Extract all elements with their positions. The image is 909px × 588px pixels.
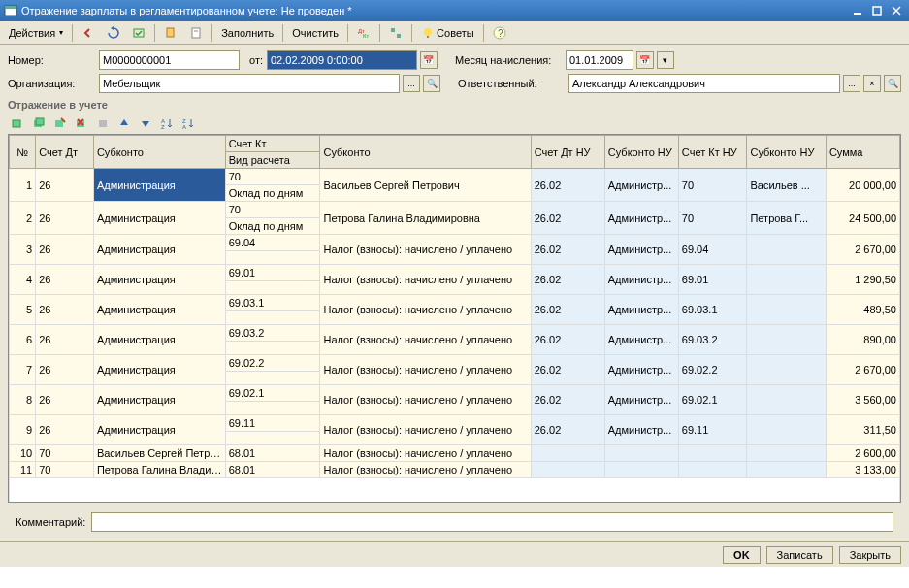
org-search-button[interactable]: 🔍 <box>423 75 440 92</box>
separator <box>483 24 484 42</box>
table-row[interactable]: 426Администрация69.01Налог (взносы): нач… <box>10 265 900 281</box>
actions-label: Действия <box>9 27 55 39</box>
move-down-button[interactable] <box>136 114 155 132</box>
clear-label: Очистить <box>292 27 339 39</box>
section-title: Отражение в учете <box>8 99 901 111</box>
table-row[interactable]: 226Администрация70Петрова Галина Владими… <box>10 202 900 218</box>
svg-text:Кт: Кт <box>363 33 369 39</box>
number-field[interactable]: М0000000001 <box>99 50 240 70</box>
save-button[interactable]: Записать <box>766 546 833 564</box>
post-button[interactable] <box>127 23 150 43</box>
date-field[interactable]: 02.02.2009 0:00:00 <box>267 50 417 70</box>
copy-button[interactable] <box>159 23 182 43</box>
month-label: Месяц начисления: <box>455 54 562 66</box>
date-picker-button[interactable]: 📅 <box>420 51 438 69</box>
table-row[interactable]: 1070Васильев Сергей Петров...68.01Налог … <box>10 445 900 462</box>
minimize-button[interactable] <box>849 3 866 18</box>
org-select-button[interactable]: ... <box>403 75 420 92</box>
footer: OK Записать Закрыть <box>0 541 909 567</box>
actions-menu[interactable]: Действия <box>4 23 68 43</box>
table-row[interactable]: 926Администрация69.11Налог (взносы): нач… <box>10 415 900 432</box>
month-field[interactable]: 01.01.2009 <box>566 50 633 70</box>
comment-field[interactable] <box>91 512 893 532</box>
main-toolbar: Действия Заполнить Очистить ДтКт Советы … <box>0 21 909 45</box>
month-spin-button[interactable]: ▾ <box>657 51 674 69</box>
separator <box>347 24 348 42</box>
delete-row-button[interactable] <box>72 114 91 132</box>
from-label: от: <box>249 54 263 66</box>
col-kt[interactable]: Счет Кт <box>225 136 320 152</box>
svg-rect-7 <box>167 28 174 37</box>
svg-rect-25 <box>99 120 107 127</box>
svg-rect-13 <box>397 34 401 38</box>
refresh-button[interactable] <box>102 23 125 43</box>
app-icon <box>4 4 17 17</box>
separator <box>72 24 73 42</box>
form-area: Номер: М0000000001 от: 02.02.2009 0:00:0… <box>0 45 909 541</box>
svg-rect-1 <box>5 6 16 9</box>
resp-label: Ответственный: <box>458 78 565 89</box>
help-button[interactable]: ? <box>488 23 511 43</box>
col-sub1[interactable]: Субконто <box>93 136 225 169</box>
col-subnu1[interactable]: Субконто НУ <box>604 136 678 169</box>
titlebar: Отражение зарплаты в регламентированном … <box>0 0 909 21</box>
number-label: Номер: <box>8 54 95 66</box>
col-sum[interactable]: Сумма <box>826 136 899 169</box>
edit-row-button[interactable] <box>50 114 70 132</box>
table-row[interactable]: 526Администрация69.03.1Налог (взносы): н… <box>10 295 900 311</box>
table-row[interactable]: 326Администрация69.04Налог (взносы): нач… <box>10 235 900 251</box>
ok-button[interactable]: OK <box>723 546 761 564</box>
svg-rect-12 <box>391 28 395 32</box>
finish-edit-button[interactable] <box>93 114 113 132</box>
col-dtnu[interactable]: Счет Дт НУ <box>531 136 604 169</box>
fill-button[interactable]: Заполнить <box>216 23 278 43</box>
sort-asc-button[interactable]: AZ <box>157 114 177 132</box>
separator <box>211 24 212 42</box>
svg-rect-8 <box>192 28 200 38</box>
window-title: Отражение зарплаты в регламентированном … <box>21 5 847 16</box>
org-label: Организация: <box>8 78 95 89</box>
add-row-button[interactable] <box>8 114 27 132</box>
svg-rect-15 <box>427 36 429 38</box>
clear-button[interactable]: Очистить <box>287 23 343 43</box>
col-dt[interactable]: Счет Дт <box>36 136 94 169</box>
table-row[interactable]: 626Администрация69.03.2Налог (взносы): н… <box>10 325 900 342</box>
copy-row-button[interactable] <box>29 114 49 132</box>
col-subnu2[interactable]: Субконто НУ <box>747 136 826 169</box>
separator <box>282 24 283 42</box>
resp-select-button[interactable]: ... <box>843 75 860 92</box>
table-row[interactable]: 726Администрация69.02.2Налог (взносы): н… <box>10 355 900 372</box>
nav-back-button[interactable] <box>77 23 100 43</box>
comment-label: Комментарий: <box>16 516 85 528</box>
svg-rect-18 <box>13 120 20 127</box>
dtkt-button[interactable]: ДтКт <box>352 23 375 43</box>
close-button[interactable] <box>888 3 905 18</box>
col-n[interactable]: № <box>10 136 36 169</box>
org-field[interactable]: Мебельщик <box>99 74 400 93</box>
svg-text:Z: Z <box>161 124 165 130</box>
separator <box>154 24 155 42</box>
report-button[interactable] <box>184 23 208 43</box>
table-row[interactable]: 1170Петрова Галина Владим...68.01Налог (… <box>10 462 900 478</box>
grid[interactable]: № Счет Дт Субконто Счет Кт Субконто Счет… <box>8 134 901 503</box>
col-calc[interactable]: Вид расчета <box>225 152 320 169</box>
fill-label: Заполнить <box>221 27 274 39</box>
svg-point-14 <box>424 28 432 36</box>
separator <box>379 24 380 42</box>
resp-clear-button[interactable]: × <box>863 75 881 92</box>
resp-field[interactable]: Александр Александрович <box>568 74 840 93</box>
struct-button[interactable] <box>384 23 407 43</box>
col-sub2[interactable]: Субконто <box>320 136 531 169</box>
table-row[interactable]: 126Администрация70Васильев Сергей Петров… <box>10 169 900 185</box>
table-row[interactable]: 826Администрация69.02.1Налог (взносы): н… <box>10 385 900 402</box>
tips-button[interactable]: Советы <box>416 23 478 43</box>
month-picker-button[interactable]: 📅 <box>636 51 654 69</box>
svg-rect-3 <box>873 7 881 15</box>
col-ktnu[interactable]: Счет Кт НУ <box>678 136 747 169</box>
sort-desc-button[interactable]: ZA <box>179 114 198 132</box>
maximize-button[interactable] <box>868 3 886 18</box>
resp-search-button[interactable]: 🔍 <box>884 75 901 92</box>
close-form-button[interactable]: Закрыть <box>839 546 901 564</box>
svg-text:A: A <box>182 124 186 130</box>
move-up-button[interactable] <box>114 114 134 132</box>
